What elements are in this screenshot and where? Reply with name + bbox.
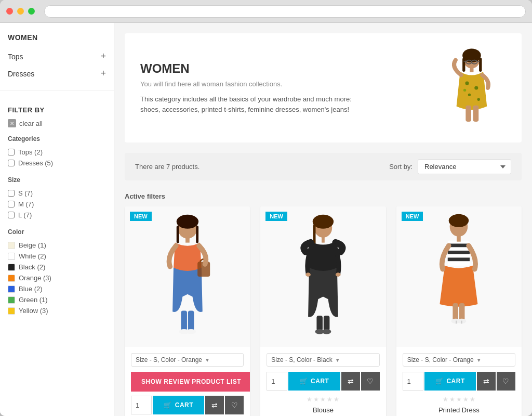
- size-l-checkbox[interactable]: [8, 212, 15, 218]
- product-actions-3: 🛒 CART ⇄ ♡: [403, 372, 515, 391]
- cart-icon-2: 🛒: [300, 378, 308, 385]
- svg-point-36: [336, 272, 341, 277]
- product-name-2: Blouse: [267, 406, 379, 414]
- sort-select[interactable]: Relevance Name A to Z Name Z to A Price:…: [418, 159, 511, 174]
- review-btn-1[interactable]: SHOW REVIEW PRODUCT LIST: [131, 372, 250, 392]
- svg-rect-3: [479, 58, 482, 72]
- sidebar-label-tops: Tops: [8, 53, 23, 61]
- green-swatch: [8, 296, 15, 304]
- star-2-5: ★: [334, 396, 339, 403]
- variant-arrow-1: ▼: [205, 357, 210, 363]
- product-image-1: NEW: [125, 206, 250, 347]
- dresses-checkbox[interactable]: [8, 160, 15, 166]
- minimize-button[interactable]: [17, 8, 24, 15]
- svg-rect-22: [181, 310, 187, 330]
- filter-tops[interactable]: Tops (2): [8, 147, 106, 158]
- filter-size-s[interactable]: S (7): [8, 188, 106, 199]
- svg-rect-30: [316, 316, 323, 331]
- size-s-checkbox[interactable]: [8, 190, 15, 197]
- product-body-1: Size - S, Color - Orange ▼ SHOW REVIEW P…: [125, 347, 250, 416]
- svg-point-6: [474, 86, 478, 89]
- product-image-2: NEW: [260, 206, 385, 347]
- orange-swatch: [8, 275, 15, 282]
- product-stars-3: ★ ★ ★ ★ ★: [403, 396, 515, 403]
- banner-woman-illustration: [428, 46, 506, 129]
- star-2-2: ★: [313, 396, 319, 403]
- size-title: Size: [8, 176, 106, 184]
- filter-color-yellow[interactable]: Yellow (3): [8, 305, 106, 316]
- sort-label: Sort by:: [389, 163, 413, 171]
- banner-description: This category includes all the basics of…: [140, 94, 360, 114]
- tops-checkbox[interactable]: [8, 149, 15, 155]
- filter-color-blue[interactable]: Blue (2): [8, 283, 106, 294]
- svg-rect-41: [448, 251, 470, 254]
- product-body-2: Size - S, Color - Black ▼ 🛒 CART ⇄ ♡: [260, 347, 385, 416]
- filter-color-beige[interactable]: Beige (1): [8, 240, 106, 251]
- clear-x-button[interactable]: ✕: [8, 119, 16, 127]
- compare-btn-3[interactable]: ⇄: [477, 372, 496, 391]
- sidebar: WOMEN Tops + Dresses + FILTER BY ✕ clear…: [0, 23, 114, 416]
- product-actions-1: 🛒 CART ⇄ ♡: [131, 396, 244, 414]
- sidebar-item-tops[interactable]: Tops +: [8, 48, 106, 65]
- quantity-3[interactable]: [403, 372, 423, 391]
- product-name-3: Printed Dress: [403, 406, 515, 414]
- svg-point-7: [468, 94, 471, 96]
- sidebar-nav-section: WOMEN Tops + Dresses +: [0, 33, 114, 90]
- compare-btn-1[interactable]: ⇄: [205, 396, 224, 414]
- quantity-2[interactable]: [267, 372, 287, 391]
- product-1-illustration: [148, 212, 228, 342]
- variant-arrow-2: ▼: [335, 357, 340, 363]
- browser-window: WOMEN Tops + Dresses + FILTER BY ✕ clear…: [0, 0, 532, 416]
- banner-heading: WOMEN: [140, 61, 360, 76]
- filter-color-white[interactable]: White (2): [8, 251, 106, 262]
- add-to-cart-2[interactable]: 🛒 CART: [288, 372, 340, 391]
- categories-filter: Categories Tops (2) Dresses (5): [8, 135, 106, 168]
- quantity-1[interactable]: [131, 396, 152, 414]
- product-3-illustration: [419, 212, 499, 342]
- compare-btn-2[interactable]: ⇄: [341, 372, 360, 391]
- new-badge-3: NEW: [402, 212, 423, 221]
- color-filter: Color Beige (1) White (2) Black (2): [8, 228, 106, 316]
- product-variant-2[interactable]: Size - S, Color - Black ▼: [267, 353, 379, 367]
- filter-by-title: FILTER BY: [8, 106, 106, 114]
- sidebar-item-dresses[interactable]: Dresses +: [8, 65, 106, 82]
- close-button[interactable]: [6, 8, 13, 15]
- browser-content: WOMEN Tops + Dresses + FILTER BY ✕ clear…: [0, 23, 532, 416]
- filter-color-orange[interactable]: Orange (3): [8, 272, 106, 283]
- filter-color-green[interactable]: Green (1): [8, 294, 106, 305]
- product-variant-1[interactable]: Size - S, Color - Orange ▼: [131, 353, 244, 367]
- svg-rect-42: [448, 257, 470, 261]
- clear-all-label[interactable]: clear all: [19, 120, 43, 127]
- product-body-3: Size - S, Color - Orange ▼ 🛒 CART ⇄ ♡: [396, 347, 522, 416]
- maximize-button[interactable]: [28, 8, 35, 15]
- filter-size-m[interactable]: M (7): [8, 199, 106, 210]
- svg-rect-43: [453, 303, 459, 321]
- blue-swatch: [8, 285, 15, 293]
- svg-rect-10: [466, 106, 471, 122]
- add-to-cart-1[interactable]: 🛒 CART: [153, 396, 204, 414]
- wishlist-btn-2[interactable]: ♡: [361, 372, 380, 391]
- add-to-cart-3[interactable]: 🛒 CART: [424, 372, 476, 391]
- filter-dresses[interactable]: Dresses (5): [8, 158, 106, 168]
- category-banner: WOMEN You will find here all woman fashi…: [125, 33, 522, 142]
- variant-arrow-3: ▼: [476, 357, 482, 363]
- expand-tops-icon[interactable]: +: [100, 51, 106, 62]
- address-bar[interactable]: [44, 5, 526, 18]
- size-m-checkbox[interactable]: [8, 201, 15, 207]
- svg-point-8: [477, 98, 480, 101]
- filter-color-black[interactable]: Black (2): [8, 262, 106, 272]
- wishlist-btn-3[interactable]: ♡: [497, 372, 515, 391]
- svg-point-25: [186, 329, 196, 334]
- size-filter: Size S (7) M (7) L (7): [8, 176, 106, 220]
- expand-dresses-icon[interactable]: +: [100, 68, 106, 79]
- product-2-illustration: [283, 212, 363, 342]
- svg-rect-31: [324, 316, 330, 331]
- star-2-3: ★: [320, 396, 326, 403]
- white-swatch: [8, 253, 15, 260]
- wishlist-btn-1[interactable]: ♡: [225, 396, 244, 414]
- filter-size-l[interactable]: L (7): [8, 210, 106, 220]
- product-variant-3[interactable]: Size - S, Color - Orange ▼: [403, 353, 515, 367]
- star-2-1: ★: [307, 396, 312, 403]
- beige-swatch: [8, 242, 15, 249]
- svg-rect-11: [473, 106, 479, 122]
